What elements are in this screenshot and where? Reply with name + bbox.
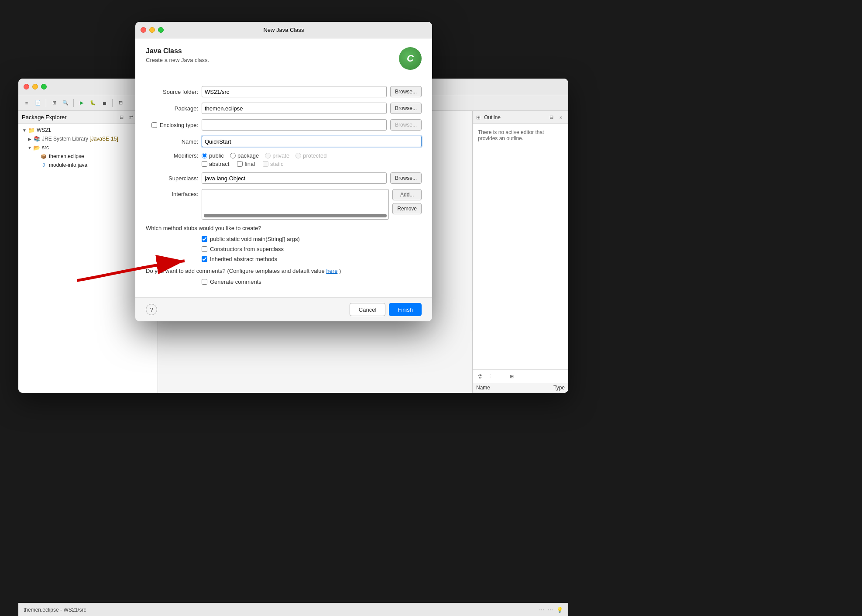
checkbox-static[interactable] (263, 161, 268, 167)
name-label: Name: (146, 138, 198, 145)
toolbar-btn-new[interactable]: 📄 (33, 98, 43, 108)
dialog-titlebar: New Java Class (135, 22, 432, 38)
stub1-checkbox[interactable] (202, 236, 207, 242)
dialog-section-title: Java Class (146, 47, 209, 55)
package-input[interactable] (202, 103, 387, 114)
status-dot-right: ⋯ (548, 607, 553, 613)
package-browse-btn[interactable]: Browse... (390, 103, 422, 114)
toolbar-btn-edit[interactable]: ⊞ (49, 98, 59, 108)
interfaces-input[interactable] (202, 189, 389, 220)
name-input[interactable] (202, 136, 422, 147)
modifier-protected-label: protected (303, 152, 326, 159)
interfaces-label: Interfaces: (146, 191, 198, 197)
source-folder-input[interactable] (202, 86, 387, 97)
toolbar-btn-search[interactable]: 🔍 (61, 98, 70, 108)
panel-sync-btn[interactable]: ⇄ (127, 114, 135, 121)
radio-package[interactable] (230, 153, 236, 158)
stub3-row: Inherited abstract methods (202, 256, 422, 262)
radio-protected[interactable] (295, 153, 301, 158)
help-button[interactable]: ? (146, 304, 157, 315)
toolbar-sep-1 (46, 99, 46, 107)
toolbar-btn-menu[interactable]: ≡ (22, 98, 31, 108)
outline-table-header: Name Type (473, 383, 568, 393)
dialog-close-light[interactable] (141, 27, 146, 33)
modifier-final[interactable]: final (237, 161, 255, 167)
tree-label-ws21: WS21 (37, 127, 51, 133)
modifier-protected[interactable]: protected (295, 152, 326, 159)
package-icon-themen: 📦 (40, 153, 47, 160)
modifier-private-label: private (272, 152, 289, 159)
checkbox-final[interactable] (237, 161, 243, 167)
enclosing-browse-btn[interactable]: Browse... (390, 119, 422, 131)
dialog-maximize-light[interactable] (158, 27, 164, 33)
superclass-input[interactable] (202, 172, 387, 184)
minimize-button[interactable] (32, 84, 38, 89)
interfaces-add-btn[interactable]: Add... (392, 189, 422, 200)
outline-sort-btn[interactable]: ⋮ (487, 372, 495, 380)
toolbar-btn-run[interactable]: ▶ (77, 98, 86, 108)
outline-close-btn[interactable]: × (557, 114, 565, 121)
modifier-private[interactable]: private (265, 152, 289, 159)
comments-question: Do you want to add comments? (Configure … (146, 268, 422, 274)
package-explorer-title: Package Explorer (22, 114, 67, 120)
modifier-static[interactable]: static (263, 161, 283, 167)
tree-label-module: module-info.java (49, 162, 87, 168)
interfaces-scrollbar[interactable] (204, 214, 387, 217)
java-icon-module: J (40, 162, 47, 169)
generate-comments-label[interactable]: Generate comments (210, 279, 261, 285)
stub3-label[interactable]: Inherited abstract methods (210, 256, 277, 262)
stub2-checkbox[interactable] (202, 246, 207, 252)
name-row: Name: (146, 136, 422, 147)
dialog-minimize-light[interactable] (149, 27, 155, 33)
checkbox-abstract[interactable] (202, 161, 207, 167)
modifiers-row-2: abstract final static (202, 161, 422, 167)
comments-link[interactable]: here (326, 268, 337, 274)
toolbar-btn-grid[interactable]: ⊟ (116, 98, 125, 108)
radio-public[interactable] (202, 153, 207, 158)
outline-expand-btn[interactable]: ⊞ (508, 372, 515, 380)
toolbar-btn-debug[interactable]: 🐛 (88, 98, 98, 108)
generate-comments-checkbox[interactable] (202, 279, 207, 285)
modifiers-options-1: public package private protected (202, 152, 326, 159)
stub3-checkbox[interactable] (202, 256, 207, 262)
modifier-abstract-label: abstract (209, 161, 229, 167)
interfaces-remove-btn[interactable]: Remove (392, 203, 422, 214)
source-folder-browse-btn[interactable]: Browse... (390, 86, 422, 97)
outline-collapse-btn[interactable]: — (497, 372, 505, 380)
close-button[interactable] (24, 84, 29, 89)
finish-button[interactable]: Finish (389, 303, 422, 316)
modifier-final-label: final (244, 161, 255, 167)
name-col-header: Name (476, 385, 553, 391)
enclosing-type-input[interactable] (202, 119, 387, 131)
dialog-traffic-lights (141, 27, 164, 33)
maximize-button[interactable] (41, 84, 47, 89)
stub2-label[interactable]: Constructors from superclass (210, 246, 284, 252)
footer-buttons: Cancel Finish (350, 303, 422, 316)
type-col-header: Type (553, 385, 565, 391)
superclass-label: Superclass: (146, 175, 198, 182)
modifiers-row: Modifiers: public package private protec… (146, 152, 422, 159)
modifiers-label: Modifiers: (146, 152, 198, 159)
modifier-package[interactable]: package (230, 152, 259, 159)
modifier-public[interactable]: public (202, 152, 224, 159)
enclosing-type-label[interactable]: Enclosing type: (160, 122, 198, 128)
panel-collapse-btn[interactable]: ⊟ (117, 114, 125, 121)
stub2-row: Constructors from superclass (202, 246, 422, 252)
outline-toolbar: ⚗ ⋮ — ⊞ (473, 369, 568, 383)
superclass-browse-btn[interactable]: Browse... (390, 172, 422, 184)
comments-link-suffix: ) (339, 268, 341, 274)
outline-filter-btn[interactable]: ⚗ (476, 372, 484, 380)
dialog-class-info: Java Class Create a new Java class. (146, 47, 209, 63)
outline-icon-btn-1[interactable]: ⊟ (547, 114, 555, 121)
cancel-button[interactable]: Cancel (350, 303, 385, 316)
enclosing-type-checkbox[interactable] (151, 122, 157, 128)
toolbar-btn-stop[interactable]: ⏹ (100, 98, 109, 108)
tree-label-package: themen.eclipse (49, 153, 84, 159)
modifier-public-label: public (209, 152, 224, 159)
modifier-abstract[interactable]: abstract (202, 161, 229, 167)
radio-private[interactable] (265, 153, 271, 158)
stub1-label[interactable]: public static void main(String[] args) (210, 236, 300, 242)
tree-arrow-src: ▼ (27, 145, 32, 150)
method-stubs-question: Which method stubs would you like to cre… (146, 225, 422, 231)
package-label: Package: (146, 105, 198, 112)
